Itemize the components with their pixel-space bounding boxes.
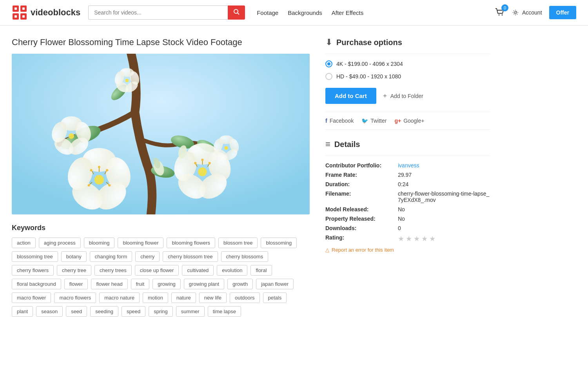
keyword-tag[interactable]: nature: [171, 292, 196, 303]
keyword-tag[interactable]: blooming: [84, 238, 115, 248]
rating-stars: ★ ★ ★ ★ ★: [398, 234, 436, 243]
keyword-tag[interactable]: macro nature: [99, 292, 140, 303]
keyword-tag[interactable]: outdoors: [230, 292, 260, 303]
keyword-tag[interactable]: aging process: [39, 238, 81, 248]
frame-rate-row: Frame Rate: 29.97: [325, 172, 490, 178]
keyword-tag[interactable]: new life: [199, 292, 227, 303]
svg-point-65: [225, 146, 228, 150]
keyword-tag[interactable]: flower head: [91, 279, 127, 289]
keyword-tag[interactable]: changing form: [90, 251, 132, 262]
svg-point-33: [90, 169, 93, 171]
nav-after-effects[interactable]: After Effects: [332, 9, 363, 16]
keyword-tag[interactable]: cherry blossom tree: [163, 251, 218, 262]
keyword-tag[interactable]: seed: [66, 306, 87, 317]
twitter-icon: 🐦: [361, 118, 368, 124]
svg-point-45: [201, 159, 203, 161]
keyword-tag[interactable]: time lapse: [208, 306, 241, 317]
keyword-tag[interactable]: growth: [227, 279, 253, 289]
search-button[interactable]: [228, 5, 245, 20]
list-icon: ≡: [325, 139, 330, 149]
svg-point-12: [514, 12, 516, 14]
search-input[interactable]: [88, 5, 228, 20]
keyword-tag[interactable]: cherry trees: [94, 265, 132, 276]
svg-point-32: [106, 169, 108, 171]
option-4k-label: 4K - $199.00 - 4096 x 2304: [336, 61, 403, 67]
star-4[interactable]: ★: [421, 234, 428, 243]
video-thumbnail[interactable]: [12, 54, 310, 214]
keyword-tag[interactable]: growing plant: [184, 279, 224, 289]
facebook-link[interactable]: f Facebook: [325, 118, 354, 124]
keyword-tag[interactable]: action: [12, 238, 36, 248]
star-3[interactable]: ★: [414, 234, 420, 243]
nav-footage[interactable]: Footage: [257, 9, 278, 16]
details-title: Details: [334, 140, 360, 149]
keyword-tag[interactable]: blooming flower: [118, 238, 163, 248]
keywords-grid: actionaging processbloomingblooming flow…: [12, 238, 310, 317]
report-link[interactable]: △ Report an error for this item: [325, 247, 490, 253]
purchase-actions: Add to Cart ＋ Add to Folder: [325, 88, 490, 104]
keyword-tag[interactable]: cherry tree: [57, 265, 91, 276]
keyword-tag[interactable]: floral: [250, 265, 272, 276]
radio-4k[interactable]: [325, 60, 332, 67]
keywords-section: Keywords actionaging processbloomingbloo…: [12, 224, 310, 317]
keyword-tag[interactable]: blossoming tree: [12, 251, 58, 262]
google-link[interactable]: g+ Google+: [394, 118, 424, 124]
keyword-tag[interactable]: blossoming: [261, 238, 297, 248]
property-released-row: Property Released: No: [325, 216, 490, 222]
contributor-label: Contributor Portfolio:: [325, 162, 398, 169]
keyword-tag[interactable]: japan flower: [256, 279, 294, 289]
keyword-tag[interactable]: summer: [176, 306, 205, 317]
add-to-folder-button[interactable]: ＋ Add to Folder: [382, 92, 423, 100]
keyword-tag[interactable]: blooming flowers: [167, 238, 215, 248]
keyword-tag[interactable]: botany: [61, 251, 87, 262]
offer-button[interactable]: Offer: [549, 6, 576, 19]
plus-icon: ＋: [382, 92, 388, 100]
keyword-tag[interactable]: close up flower: [135, 265, 179, 276]
keyword-tag[interactable]: cherry flowers: [12, 265, 54, 276]
svg-point-10: [498, 14, 499, 15]
svg-rect-5: [22, 7, 25, 10]
star-2[interactable]: ★: [406, 234, 412, 243]
keyword-tag[interactable]: plant: [12, 306, 33, 317]
keyword-tag[interactable]: spring: [149, 306, 172, 317]
account-link[interactable]: Account: [512, 9, 542, 16]
keyword-tag[interactable]: flower: [64, 279, 88, 289]
keyword-tag[interactable]: seeding: [90, 306, 118, 317]
star-1[interactable]: ★: [398, 234, 404, 243]
add-to-cart-button[interactable]: Add to Cart: [325, 88, 376, 104]
option-4k-row[interactable]: 4K - $199.00 - 4096 x 2304: [325, 60, 490, 67]
keyword-tag[interactable]: season: [36, 306, 63, 317]
keyword-tag[interactable]: cultivated: [182, 265, 214, 276]
frame-rate-label: Frame Rate:: [325, 172, 398, 178]
twitter-link[interactable]: 🐦 Twitter: [361, 118, 387, 124]
radio-hd[interactable]: [325, 73, 332, 80]
keyword-tag[interactable]: macro flowers: [54, 292, 96, 303]
facebook-icon: f: [325, 118, 327, 124]
svg-line-9: [238, 13, 239, 15]
cart-badge: 0: [501, 4, 508, 11]
keyword-tag[interactable]: cherry blossoms: [221, 251, 269, 262]
purchase-title: Purchase options: [336, 38, 402, 47]
star-5[interactable]: ★: [429, 234, 436, 243]
keyword-tag[interactable]: evolution: [217, 265, 247, 276]
logo[interactable]: videoblocks: [12, 5, 80, 20]
rating-row: Rating: ★ ★ ★ ★ ★: [325, 234, 490, 243]
warning-icon: △: [325, 247, 329, 253]
svg-point-31: [98, 166, 100, 168]
keyword-tag[interactable]: speed: [122, 306, 145, 317]
keyword-tag[interactable]: macro flower: [12, 292, 51, 303]
nav-backgrounds[interactable]: Backgrounds: [288, 9, 322, 16]
downloads-value: 0: [398, 225, 401, 231]
contributor-value[interactable]: ivanvess: [398, 162, 419, 169]
duration-row: Duration: 0:24: [325, 181, 490, 187]
keyword-tag[interactable]: fruit: [131, 279, 150, 289]
keyword-tag[interactable]: cherry: [135, 251, 160, 262]
gear-icon: [512, 9, 519, 16]
keyword-tag[interactable]: petals: [263, 292, 287, 303]
keyword-tag[interactable]: floral background: [12, 279, 61, 289]
keyword-tag[interactable]: growing: [152, 279, 181, 289]
keyword-tag[interactable]: motion: [143, 292, 168, 303]
cart-button[interactable]: 0: [494, 7, 505, 19]
keyword-tag[interactable]: blossom tree: [218, 238, 258, 248]
option-hd-row[interactable]: HD - $49.00 - 1920 x 1080: [325, 73, 490, 80]
